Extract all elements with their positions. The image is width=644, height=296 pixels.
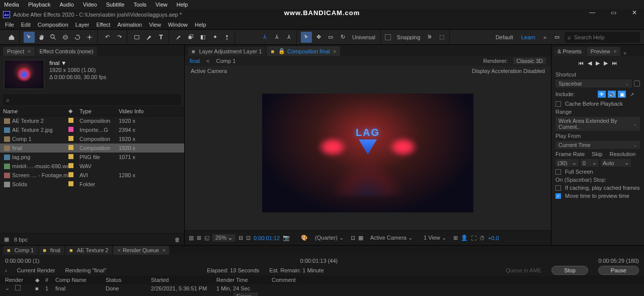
menu-window[interactable]: Window: [168, 22, 188, 28]
render-checkbox[interactable]: [15, 285, 21, 290]
play-button[interactable]: ▶: [596, 60, 600, 66]
menu-effect[interactable]: Effect: [96, 22, 110, 28]
views-dropdown[interactable]: 1 View ⌄: [420, 234, 450, 242]
snap-opt-icon[interactable]: ⚞: [424, 32, 435, 43]
more-tabs-icon[interactable]: »: [623, 50, 626, 56]
exposure-value[interactable]: +0.0: [488, 235, 499, 241]
fullscreen-checkbox[interactable]: [555, 169, 561, 175]
project-row[interactable]: lag.pngPNG file1071 x: [0, 153, 184, 162]
trash-icon[interactable]: 🗑: [175, 237, 180, 243]
selection-tool-icon[interactable]: [24, 32, 35, 43]
rotate-tool-icon[interactable]: [72, 32, 83, 43]
pen-tool-icon[interactable]: [143, 32, 154, 43]
col-name[interactable]: Name: [3, 108, 68, 114]
transparency-icon[interactable]: ▦: [358, 235, 363, 241]
move-icon[interactable]: ✥: [313, 32, 324, 43]
tab-render-queue[interactable]: × Render Queue≡: [113, 246, 169, 255]
view-opt2-icon[interactable]: 👤: [461, 235, 468, 241]
menu-composition[interactable]: Composition: [38, 22, 68, 28]
skip-dropdown[interactable]: 0⌄: [581, 159, 599, 167]
expand-icon[interactable]: ›: [5, 267, 7, 273]
3d-icon[interactable]: ◱: [204, 235, 209, 241]
text-tool-icon[interactable]: T: [155, 32, 167, 43]
include-ext-icon[interactable]: ↗: [628, 91, 636, 98]
view-opt4-icon[interactable]: ⏱: [479, 235, 485, 241]
rotate3d-icon[interactable]: ↻: [337, 32, 348, 43]
next-frame-button[interactable]: ▶: [604, 60, 608, 66]
host-menu-subtitle[interactable]: Subtitle: [106, 2, 125, 8]
shortcut-dropdown[interactable]: Spacebar⌄: [555, 80, 632, 88]
color-mgmt-icon[interactable]: 🎨: [301, 235, 308, 241]
close-button[interactable]: ✕: [627, 9, 642, 16]
label-swatch[interactable]: [68, 127, 73, 132]
bpc-toggle[interactable]: 8 bpc: [14, 237, 28, 243]
snap-opt2-icon[interactable]: ⬚: [436, 32, 447, 43]
loop-icon[interactable]: [634, 81, 640, 87]
movetime-checkbox[interactable]: ✓: [555, 193, 561, 199]
camera-dropdown[interactable]: Active Camera ⌄: [366, 234, 417, 242]
roi-icon[interactable]: ⊡: [351, 235, 355, 241]
zoom-tool-icon[interactable]: [48, 32, 59, 43]
include-video-icon[interactable]: 👁: [598, 91, 606, 98]
workspace-more-icon[interactable]: »: [540, 34, 549, 40]
label-swatch[interactable]: [68, 145, 73, 150]
label-swatch[interactable]: [68, 118, 73, 123]
log-dropdown[interactable]: Errors Only⌄: [233, 292, 258, 296]
host-menu-view[interactable]: View: [155, 2, 168, 8]
crumb-comp1[interactable]: Comp 1: [216, 58, 236, 64]
range-dropdown[interactable]: Work Area Extended By Current..⌄: [555, 117, 640, 131]
playfrom-dropdown[interactable]: Current Time⌄: [555, 141, 640, 149]
label-swatch[interactable]: [68, 181, 73, 186]
label-swatch[interactable]: [68, 154, 73, 159]
host-menu-media[interactable]: Media: [4, 2, 19, 8]
host-menu-audio[interactable]: Audio: [60, 2, 74, 8]
menu-view[interactable]: View: [149, 22, 161, 28]
axis-view-icon[interactable]: ⅄: [283, 32, 294, 43]
grid-icon[interactable]: ⊞: [197, 235, 201, 241]
menu-edit[interactable]: Edit: [21, 22, 31, 28]
view-opt1-icon[interactable]: ⊞: [453, 235, 458, 241]
project-row[interactable]: finalComposition1920 x: [0, 143, 184, 153]
search-help-input[interactable]: [574, 34, 634, 40]
host-menu-help[interactable]: Help: [177, 2, 188, 8]
mask-icon[interactable]: ▥: [189, 235, 194, 241]
project-row[interactable]: AE Texture 2Composition1920 x: [0, 116, 184, 125]
axis-local-icon[interactable]: ⅄: [259, 32, 270, 43]
tab-tl-texture[interactable]: ■AE Texture 2: [65, 246, 112, 255]
view-opt3-icon[interactable]: ⛶: [471, 235, 476, 241]
comp-name[interactable]: final ▼: [49, 60, 106, 66]
project-row[interactable]: Comp 1Composition1920 x: [0, 134, 184, 143]
project-row[interactable]: mixkit-…-music-690.wavWAV: [0, 162, 184, 171]
resolution-dropdown-preview[interactable]: Auto⌄: [601, 159, 631, 167]
render-row[interactable]: ⌄ ■ 1 final Done 2/26/2021, 5:36:51 PM 1…: [0, 284, 644, 292]
host-menu-tools[interactable]: Tools: [133, 2, 146, 8]
stop-button[interactable]: Stop: [551, 266, 588, 275]
home-icon[interactable]: [6, 32, 17, 43]
crumb-back-icon[interactable]: <: [206, 58, 209, 64]
project-row[interactable]: SolidsFolder: [0, 180, 184, 189]
tab-tl-comp1[interactable]: ■Comp 1: [3, 246, 38, 255]
undo-icon[interactable]: ↶: [102, 32, 113, 43]
redo-icon[interactable]: ↷: [114, 32, 125, 43]
menu-layer[interactable]: Layer: [75, 22, 90, 28]
tab-layer-view[interactable]: ■Layer Adjustment Layer 1: [188, 47, 266, 56]
project-row[interactable]: Screen … - Footage.mp4AVI1280 x: [0, 171, 184, 180]
roto-tool-icon[interactable]: ✦: [209, 32, 220, 43]
rect-tool-icon[interactable]: [131, 32, 142, 43]
col-label-icon[interactable]: ◆: [68, 108, 79, 114]
tab-comp-view[interactable]: ■🔒 Composition final≡: [267, 46, 340, 56]
resolution-dropdown[interactable]: (Quarter) ⌄: [311, 234, 348, 242]
puppet-tool-icon[interactable]: [221, 32, 232, 43]
col-type[interactable]: Type: [79, 108, 119, 114]
orbit-tool-icon[interactable]: [60, 32, 71, 43]
brush-tool-icon[interactable]: [173, 32, 184, 43]
zoom-dropdown[interactable]: 25% ⌄: [212, 234, 235, 242]
snapshot-icon[interactable]: 📷: [283, 235, 290, 241]
label-swatch[interactable]: [68, 163, 73, 168]
maximize-button[interactable]: ▭: [606, 9, 621, 16]
menu-animation[interactable]: Animation: [117, 22, 142, 28]
minimize-button[interactable]: —: [585, 9, 600, 16]
include-overlay-icon[interactable]: ▣: [618, 91, 626, 98]
interpret-icon[interactable]: ▦: [4, 236, 9, 243]
hand-tool-icon[interactable]: [36, 32, 47, 43]
